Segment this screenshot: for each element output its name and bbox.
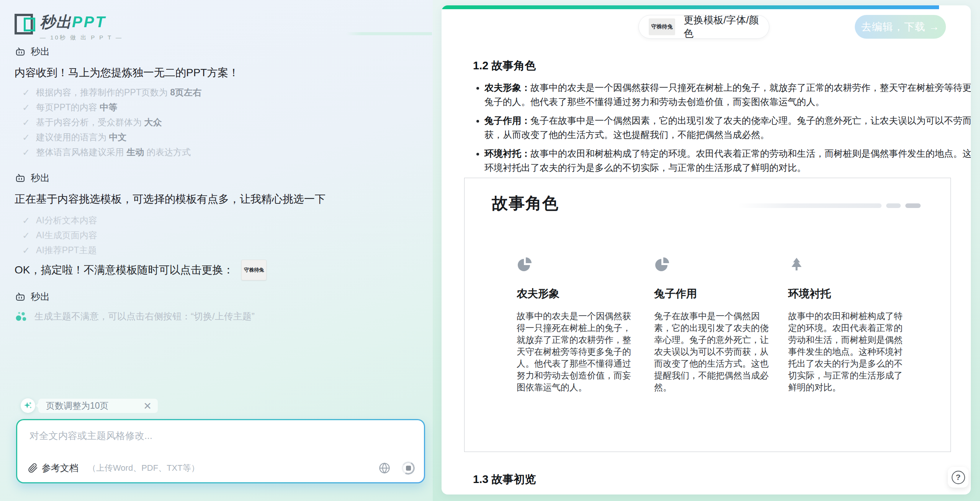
- hint-message: 生成主题不满意，可以点击右侧按钮：“切换/上传主题”: [34, 310, 255, 323]
- slide-column-3: 环境衬托 故事中的农田和树桩构成了特定的环境。农田代表着正常的劳动和生活，而树桩…: [788, 257, 904, 393]
- checklist-item: ✓建议使用的语言为 中文: [22, 130, 201, 145]
- sparkle-icon: [23, 401, 33, 410]
- attach-label: 参考文档: [42, 462, 79, 474]
- attach-hint: （上传Word、PDF、TXT等）: [88, 462, 200, 474]
- robot-icon: [15, 172, 26, 184]
- globe-icon[interactable]: [379, 462, 390, 474]
- checklist-item: ✓根据内容，推荐制作的PPT页数为 8页左右: [22, 85, 201, 100]
- pie-chart-icon: [517, 257, 533, 273]
- chat-input-box: 参考文档 （上传Word、PDF、TXT等）: [16, 419, 425, 483]
- column-heading: 农夫形象: [517, 287, 632, 301]
- template-mini-thumbnail: 守株待兔: [649, 18, 675, 35]
- generation-progress-bar: [442, 5, 939, 9]
- robot-icon: [15, 291, 26, 303]
- bullet-item: 农夫形象：故事中的农夫是一个因偶然获得一只撞死在树桩上的兔子，就放弃了正常的农耕…: [484, 80, 971, 109]
- column-body: 故事中的农田和树桩构成了特定的环境。农田代表着正常的劳动和生活，而树桩则是偶然事…: [788, 310, 904, 393]
- logo-title-cn: 秒出: [40, 11, 72, 33]
- slide-column-2: 兔子作用 兔子在故事中是一个偶然因素，它的出现引发了农夫的侥幸心理。兔子的意外死…: [654, 257, 770, 393]
- assistant-name: 秒出: [31, 290, 50, 303]
- chip-label: 页数调整为10页: [46, 400, 143, 412]
- tree-icon: [788, 257, 805, 273]
- assistant-header: 秒出: [15, 45, 50, 58]
- check-icon: ✓: [22, 87, 30, 98]
- column-heading: 兔子作用: [654, 287, 770, 301]
- template-thumbnail[interactable]: 守株待兔: [241, 260, 267, 280]
- page-count-chip[interactable]: 页数调整为10页 ✕: [38, 399, 158, 413]
- assistant-header: 秒出: [15, 290, 50, 303]
- bullet-item: 环境衬托：故事中的农田和树桩构成了特定的环境。农田代表着正常的劳动和生活，而树桩…: [484, 146, 971, 175]
- bullet-item: 兔子作用：兔子在故事中是一个偶然因素，它的出现引发了农夫的侥幸心理。兔子的意外死…: [484, 113, 971, 142]
- robot-icon: [15, 46, 26, 57]
- question-mark-icon: ?: [952, 471, 965, 484]
- change-template-label: 更换模板/字体/颜色: [684, 13, 759, 40]
- slide-loading-skeleton: [738, 203, 921, 208]
- sparkle-dots-icon: [15, 309, 28, 323]
- paperclip-icon: [28, 463, 38, 473]
- app-logo-icon: [15, 11, 34, 33]
- hint-message-row: 生成主题不满意，可以点击右侧按钮：“切换/上传主题”: [15, 309, 255, 323]
- assistant-message: OK，搞定啦！不满意模板随时可以点击更换：: [15, 262, 234, 278]
- pie-chart-icon: [654, 257, 671, 273]
- close-icon[interactable]: ✕: [143, 401, 152, 411]
- check-icon: ✓: [22, 132, 30, 143]
- stop-generating-button[interactable]: [400, 460, 416, 476]
- slide-title: 故事角色: [492, 193, 559, 214]
- document-panel: 守株待兔 更换模板/字体/颜色 去编辑，下载 → 1.2 故事角色 农夫形象：故…: [442, 5, 971, 494]
- slide-column-1: 农夫形象 故事中的农夫是一个因偶然获得一只撞死在树桩上的兔子，就放弃了正常的农耕…: [517, 257, 632, 393]
- checklist-item: ✓每页PPT的内容 中等: [22, 100, 201, 115]
- assistant-name: 秒出: [31, 45, 50, 58]
- column-heading: 环境衬托: [788, 287, 904, 301]
- checklist-item: ✓AI分析文本内容: [22, 213, 97, 228]
- stop-icon: [406, 466, 411, 471]
- assistant-name: 秒出: [31, 172, 50, 184]
- check-icon: ✓: [22, 147, 30, 158]
- checklist-item: ✓整体语言风格建议采用 生动 的表达方式: [22, 145, 201, 160]
- column-body: 兔子在故事中是一个偶然因素，它的出现引发了农夫的侥幸心理。兔子的意外死亡，让农夫…: [654, 310, 770, 393]
- ai-steps-checklist: ✓AI分析文本内容 ✓AI生成页面内容 ✓AI推荐PPT主题: [22, 213, 97, 258]
- section-heading-1-3: 1.3 故事初览: [473, 472, 536, 487]
- column-body: 故事中的农夫是一个因偶然获得一只撞死在树桩上的兔子，就放弃了正常的农耕劳作，整天…: [517, 310, 632, 393]
- checklist-item: ✓基于内容分析，受众群体为 大众: [22, 115, 201, 130]
- section-heading-1-2: 1.2 故事角色: [473, 58, 536, 74]
- assistant-message-row: OK，搞定啦！不满意模板随时可以点击更换： 守株待兔: [15, 260, 267, 280]
- edit-download-button[interactable]: 去编辑，下载 →: [855, 15, 946, 39]
- assistant-message: 正在基于内容挑选模板，可选择的模板有点多，让我精心挑选一下: [15, 192, 326, 207]
- section-1-2-bullets: 农夫形象：故事中的农夫是一个因偶然获得一只撞死在树桩上的兔子，就放弃了正常的农耕…: [474, 80, 971, 179]
- checklist-item: ✓AI生成页面内容: [22, 228, 97, 243]
- logo-subtitle: — 10秒 做 出 P P T —: [40, 34, 123, 41]
- help-button[interactable]: ?: [948, 467, 969, 488]
- check-icon: ✓: [22, 117, 30, 128]
- scrolled-card-edge: [346, 32, 432, 35]
- check-icon: ✓: [22, 245, 30, 256]
- check-icon: ✓: [22, 230, 30, 241]
- assistant-message: 内容收到！马上为您提炼独一无二的PPT方案！: [15, 65, 239, 81]
- chat-panel: 秒出 PPT — 10秒 做 出 P P T — 秒出 内容收到！马上为您提炼独…: [0, 0, 433, 501]
- check-icon: ✓: [22, 215, 30, 226]
- app-logo: 秒出 PPT — 10秒 做 出 P P T —: [15, 11, 123, 41]
- check-icon: ✓: [22, 102, 30, 113]
- checklist-item: ✓AI推荐PPT主题: [22, 243, 97, 258]
- change-template-button[interactable]: 守株待兔 更换模板/字体/颜色: [638, 15, 769, 39]
- logo-title-en: PPT: [72, 13, 106, 31]
- plan-checklist: ✓根据内容，推荐制作的PPT页数为 8页左右 ✓每页PPT的内容 中等 ✓基于内…: [22, 85, 201, 160]
- slide-preview[interactable]: 故事角色 农夫形象 故事中的农夫是一个因偶然获得一只撞死在树桩上的兔子，就放弃了…: [464, 178, 951, 452]
- assistant-header: 秒出: [15, 172, 50, 184]
- chat-input[interactable]: [29, 429, 375, 457]
- attach-document-button[interactable]: 参考文档 （上传Word、PDF、TXT等）: [28, 462, 200, 474]
- magic-sparkle-badge: [21, 398, 35, 413]
